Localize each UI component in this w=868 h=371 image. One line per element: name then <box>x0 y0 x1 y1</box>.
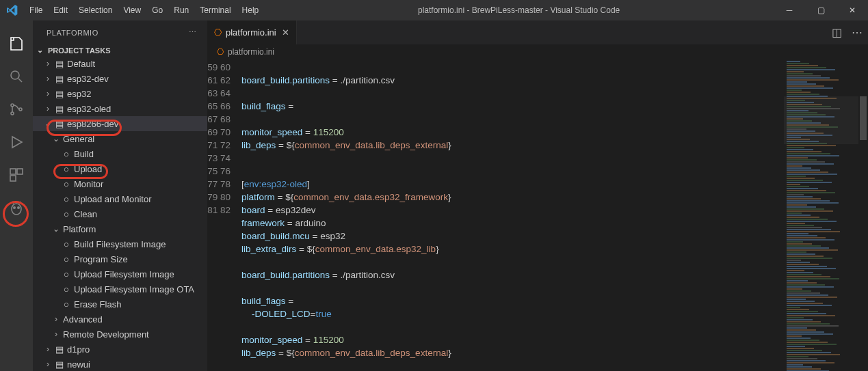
task-tree: ›▤Default ›▤esp32-dev ›▤esp32 ›▤esp32-ol… <box>33 56 207 371</box>
menu-help[interactable]: Help <box>237 5 265 15</box>
task-upload[interactable]: ○Upload <box>33 161 207 176</box>
circle-icon: ○ <box>60 239 73 249</box>
editor: ⎔ platformio.ini ✕ ◫ ⋯ ⎔ platformio.ini … <box>207 20 868 371</box>
titlebar: File Edit Selection View Go Run Terminal… <box>0 0 868 20</box>
window-title: platformio.ini - BrewPiLess-master - Vis… <box>264 5 774 15</box>
task-clean[interactable]: ○Clean <box>33 206 207 221</box>
svg-rect-4 <box>10 169 16 174</box>
maximize-button[interactable]: ▢ <box>805 0 837 20</box>
scrollbar-thumb[interactable] <box>860 96 867 140</box>
folder-remote[interactable]: ›Remote Development <box>33 327 207 342</box>
env-icon: ▤ <box>53 74 66 84</box>
sidebar-title: PLATFORMIO <box>47 29 98 37</box>
menu-run[interactable]: Run <box>168 5 194 15</box>
scrollbar[interactable] <box>858 59 868 371</box>
circle-icon: ○ <box>60 284 73 294</box>
circle-icon: ○ <box>60 179 73 189</box>
split-editor-icon[interactable]: ◫ <box>832 26 842 39</box>
minimize-button[interactable]: ─ <box>774 0 805 20</box>
env-icon: ▤ <box>53 89 66 99</box>
circle-icon: ○ <box>60 209 73 219</box>
svg-rect-6 <box>10 176 16 181</box>
circle-icon: ○ <box>60 299 73 310</box>
env-newui[interactable]: ›▤newui <box>33 357 207 371</box>
env-default[interactable]: ›▤Default <box>33 56 207 71</box>
sidebar-header: PLATFORMIO ⋯ <box>33 20 207 44</box>
minimap-viewport[interactable] <box>784 96 858 144</box>
env-esp32-oled[interactable]: ›▤esp32-oled <box>33 101 207 116</box>
svg-point-0 <box>11 71 19 79</box>
env-esp32-dev[interactable]: ›▤esp32-dev <box>33 71 207 86</box>
task-upload-fs[interactable]: ○Upload Filesystem Image <box>33 266 207 281</box>
scm-icon[interactable] <box>0 93 33 126</box>
svg-point-2 <box>11 112 14 115</box>
env-icon: ▤ <box>53 359 66 370</box>
breadcrumb[interactable]: ⎔ platformio.ini <box>207 44 868 59</box>
circle-icon: ○ <box>60 254 73 264</box>
menu-edit[interactable]: Edit <box>48 5 73 15</box>
more-actions-icon[interactable]: ⋯ <box>852 26 863 39</box>
circle-icon: ○ <box>60 269 73 279</box>
svg-rect-5 <box>17 169 23 174</box>
platformio-file-icon: ⎔ <box>214 27 222 38</box>
task-build-fs[interactable]: ○Build Filesystem Image <box>33 236 207 251</box>
circle-icon: ○ <box>60 149 73 159</box>
task-upload-monitor[interactable]: ○Upload and Monitor <box>33 191 207 206</box>
env-icon: ▤ <box>53 119 66 129</box>
menu-selection[interactable]: Selection <box>73 5 118 15</box>
menu-go[interactable]: Go <box>146 5 168 15</box>
breadcrumb-file: platformio.ini <box>228 47 274 57</box>
folder-advanced[interactable]: ›Advanced <box>33 312 207 327</box>
task-program-size[interactable]: ○Program Size <box>33 251 207 266</box>
env-icon: ▤ <box>53 104 66 114</box>
platformio-icon[interactable] <box>0 191 33 224</box>
env-icon: ▤ <box>53 59 66 69</box>
menu-terminal[interactable]: Terminal <box>194 5 236 15</box>
env-d1pro[interactable]: ›▤d1pro <box>33 342 207 357</box>
svg-point-1 <box>11 104 14 107</box>
folder-platform[interactable]: ⌄Platform <box>33 221 207 236</box>
activity-bar <box>0 20 33 371</box>
run-debug-icon[interactable] <box>0 126 33 159</box>
vscode-logo <box>0 5 24 16</box>
tab-platformio-ini[interactable]: ⎔ platformio.ini ✕ <box>207 20 297 44</box>
window-controls: ─ ▢ ✕ <box>774 0 868 20</box>
platformio-file-icon: ⎔ <box>217 47 224 57</box>
menu-view[interactable]: View <box>118 5 146 15</box>
svg-point-8 <box>14 207 15 208</box>
close-button[interactable]: ✕ <box>837 0 868 20</box>
menubar: File Edit Selection View Go Run Terminal… <box>24 5 264 15</box>
tab-label: platformio.ini <box>226 27 276 38</box>
search-icon[interactable] <box>0 60 33 93</box>
task-build[interactable]: ○Build <box>33 146 207 161</box>
svg-point-3 <box>19 108 22 111</box>
source-text[interactable]: board_build.partitions = ./partition.csv… <box>241 59 783 371</box>
task-upload-fs-ota[interactable]: ○Upload Filesystem Image OTA <box>33 281 207 297</box>
svg-point-9 <box>18 207 19 208</box>
close-icon[interactable]: ✕ <box>282 27 289 38</box>
env-esp32[interactable]: ›▤esp32 <box>33 86 207 101</box>
explorer-icon[interactable] <box>0 27 33 60</box>
more-icon[interactable]: ⋯ <box>189 28 197 37</box>
editor-tabs: ⎔ platformio.ini ✕ ◫ ⋯ <box>207 20 868 44</box>
circle-icon: ○ <box>60 164 73 174</box>
circle-icon: ○ <box>60 194 73 204</box>
menu-file[interactable]: File <box>24 5 48 15</box>
svg-point-7 <box>12 204 21 215</box>
folder-general[interactable]: ⌄General <box>33 131 207 146</box>
env-esp8266-dev[interactable]: ⌄▤esp8266-dev <box>33 116 207 131</box>
env-icon: ▤ <box>53 344 66 355</box>
task-erase-flash[interactable]: ○Erase Flash <box>33 297 207 312</box>
sidebar: PLATFORMIO ⋯ ⌄PROJECT TASKS ›▤Default ›▤… <box>33 20 207 371</box>
section-label: PROJECT TASKS <box>48 46 110 55</box>
extensions-icon[interactable] <box>0 159 33 191</box>
line-numbers: 59 60 61 62 63 64 65 66 67 68 69 70 71 7… <box>207 59 241 371</box>
task-monitor[interactable]: ○Monitor <box>33 176 207 191</box>
project-tasks-section[interactable]: ⌄PROJECT TASKS <box>33 44 207 56</box>
code-area[interactable]: 59 60 61 62 63 64 65 66 67 68 69 70 71 7… <box>207 59 868 371</box>
minimap[interactable] <box>783 59 858 371</box>
